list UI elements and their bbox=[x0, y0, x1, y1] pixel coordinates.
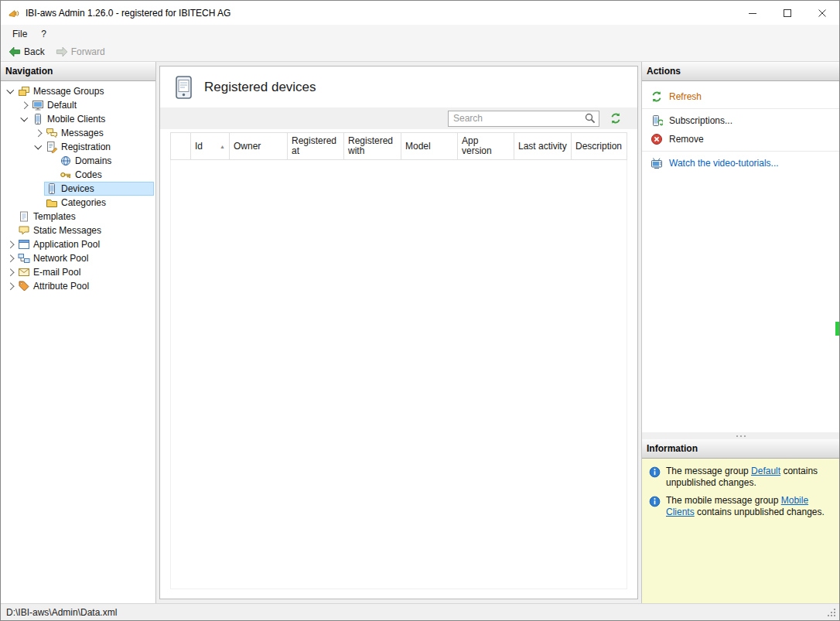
tree-indent bbox=[4, 210, 16, 223]
refresh-button[interactable] bbox=[609, 111, 623, 125]
tree-item-label: Network Pool bbox=[33, 253, 88, 264]
chevron-right-icon[interactable] bbox=[32, 127, 44, 139]
divider bbox=[642, 151, 839, 152]
tree-item-content: Message Groups bbox=[16, 84, 154, 98]
tree-item-content: Templates bbox=[16, 210, 154, 223]
tree-indent bbox=[46, 155, 58, 167]
action-subscriptions[interactable]: Subscriptions... bbox=[642, 111, 839, 130]
e-mail-pool-icon bbox=[18, 266, 30, 278]
resize-grip[interactable] bbox=[834, 615, 835, 616]
action-remove[interactable]: Remove bbox=[642, 130, 839, 148]
column-header-model[interactable]: Model bbox=[401, 133, 458, 159]
content-area: Registered devices bbox=[156, 62, 641, 603]
action-refresh[interactable]: Refresh bbox=[642, 87, 839, 106]
tree-item-label: Devices bbox=[61, 183, 94, 194]
tree-item-label: Attribute Pool bbox=[33, 281, 89, 292]
column-label: Model bbox=[405, 142, 431, 152]
column-header-registered-with[interactable]: Registered with bbox=[344, 133, 401, 159]
maximize-button[interactable] bbox=[770, 1, 804, 25]
back-icon bbox=[9, 46, 21, 58]
splitter-dots-icon bbox=[740, 435, 742, 437]
panel-splitter[interactable] bbox=[642, 432, 839, 439]
video-tutorials-icon bbox=[650, 157, 663, 169]
menu-bar: File ? bbox=[1, 25, 839, 43]
chevron-down-icon[interactable] bbox=[4, 85, 16, 97]
close-icon bbox=[818, 9, 826, 17]
tree-item-network-pool[interactable]: Network Pool bbox=[1, 251, 155, 265]
tree-item-content: Network Pool bbox=[16, 251, 154, 265]
title-bar[interactable]: IBI-aws Admin 1.26.0 - registered for IB… bbox=[1, 1, 839, 25]
forward-button[interactable]: Forward bbox=[51, 44, 110, 60]
actions-list: Refresh Subscriptions... Remove bbox=[642, 81, 839, 432]
menu-item-help[interactable]: ? bbox=[34, 26, 53, 42]
tree-item-mobile-clients[interactable]: Mobile Clients bbox=[1, 112, 155, 126]
domains-icon bbox=[60, 155, 72, 167]
close-button[interactable] bbox=[804, 1, 839, 25]
chevron-right-icon[interactable] bbox=[18, 99, 30, 111]
tree-item-label: Templates bbox=[33, 211, 76, 222]
search-icon[interactable] bbox=[584, 112, 596, 125]
devices-icon bbox=[46, 183, 58, 195]
menu-item-file[interactable]: File bbox=[5, 26, 34, 42]
tree-item-content: Categories bbox=[44, 196, 154, 210]
tree-item-domains[interactable]: Domains bbox=[1, 154, 155, 168]
attribute-pool-icon bbox=[18, 280, 30, 292]
tree-item-message-groups[interactable]: Message Groups bbox=[1, 84, 155, 98]
tree-item-e-mail-pool[interactable]: E-mail Pool bbox=[1, 265, 155, 279]
column-header-owner[interactable]: Owner bbox=[230, 133, 288, 159]
tree-item-label: Default bbox=[47, 100, 77, 111]
chevron-right-icon[interactable] bbox=[4, 280, 16, 292]
chevron-down-icon[interactable] bbox=[18, 113, 30, 125]
chevron-right-icon[interactable] bbox=[4, 252, 16, 264]
tree-item-label: Mobile Clients bbox=[47, 114, 105, 125]
tree-item-label: Message Groups bbox=[33, 86, 104, 97]
tree-item-label: Codes bbox=[75, 169, 102, 180]
app-icon bbox=[8, 7, 20, 19]
content-header: Registered devices bbox=[160, 67, 637, 107]
subscriptions-icon bbox=[650, 114, 663, 127]
devices-table: Id ▲ Owner Registered at Registered with… bbox=[170, 132, 627, 589]
information-panel-header: Information bbox=[642, 439, 839, 459]
column-header-spacer bbox=[171, 133, 191, 159]
info-text: contains unpublished changes. bbox=[695, 507, 825, 517]
tree-item-label: Application Pool bbox=[33, 239, 100, 250]
minimize-button[interactable] bbox=[735, 1, 770, 25]
tree-item-static-messages[interactable]: Static Messages bbox=[1, 223, 155, 237]
tree-item-codes[interactable]: Codes bbox=[1, 168, 155, 182]
tree-item-messages[interactable]: Messages bbox=[1, 126, 155, 140]
tree-indent bbox=[32, 183, 44, 195]
registered-devices-icon bbox=[175, 76, 193, 99]
tree-item-registration[interactable]: Registration bbox=[1, 140, 155, 154]
chevron-down-icon[interactable] bbox=[32, 141, 44, 153]
tree-item-categories[interactable]: Categories bbox=[1, 196, 155, 210]
search-box bbox=[448, 111, 599, 127]
application-pool-icon bbox=[18, 238, 30, 251]
screen-edge-artifact bbox=[835, 322, 839, 336]
back-button[interactable]: Back bbox=[4, 44, 50, 60]
remove-icon bbox=[650, 133, 663, 145]
tree-item-application-pool[interactable]: Application Pool bbox=[1, 237, 155, 251]
link-default-group[interactable]: Default bbox=[751, 466, 780, 476]
tree-item-content: Registration bbox=[44, 140, 154, 154]
info-icon bbox=[649, 466, 661, 478]
column-header-id[interactable]: Id ▲ bbox=[191, 133, 230, 159]
column-header-last-activity[interactable]: Last activity bbox=[514, 133, 572, 159]
chevron-right-icon[interactable] bbox=[4, 238, 16, 251]
column-header-description[interactable]: Description bbox=[572, 133, 627, 159]
static-messages-icon bbox=[18, 224, 30, 237]
column-header-app-version[interactable]: App version bbox=[458, 133, 514, 159]
chevron-right-icon[interactable] bbox=[4, 266, 16, 278]
refresh-icon bbox=[650, 90, 663, 103]
tree-item-default[interactable]: Default bbox=[1, 98, 155, 112]
registered-devices-panel: Registered devices bbox=[159, 66, 638, 599]
search-input[interactable] bbox=[448, 111, 599, 127]
tree-item-attribute-pool[interactable]: Attribute Pool bbox=[1, 279, 155, 293]
action-watch-video-tutorials[interactable]: Watch the video-tutorials... bbox=[642, 154, 839, 172]
tree-item-devices[interactable]: Devices bbox=[1, 182, 155, 196]
tree-item-content: Codes bbox=[58, 168, 154, 182]
status-file-path: D:\IBI-aws\Admin\Data.xml bbox=[6, 607, 117, 618]
tree-item-label: Registration bbox=[61, 142, 111, 152]
tree-item-templates[interactable]: Templates bbox=[1, 210, 155, 223]
maximize-icon bbox=[784, 9, 791, 17]
column-header-registered-at[interactable]: Registered at bbox=[288, 133, 344, 159]
